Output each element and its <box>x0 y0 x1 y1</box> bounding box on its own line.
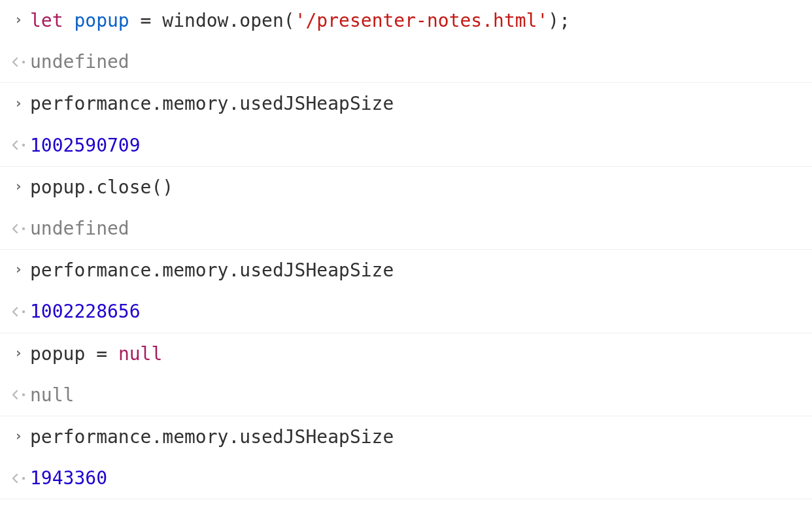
input-prompt-icon: › <box>7 94 30 114</box>
console-output-value: undefined <box>30 216 803 241</box>
console-output-row: 1002228656 <box>0 291 812 333</box>
svg-point-5 <box>22 476 25 479</box>
console-input-code: popup = null <box>30 341 803 367</box>
input-prompt-icon: › <box>7 177 30 197</box>
console-output-row: undefined <box>0 208 812 250</box>
console-input-row[interactable]: ›let popup = window.open('/presenter-not… <box>0 0 812 41</box>
devtools-console[interactable]: ›let popup = window.open('/presenter-not… <box>0 0 812 499</box>
output-return-icon <box>7 390 30 400</box>
svg-point-3 <box>22 310 25 313</box>
svg-point-1 <box>22 144 25 146</box>
console-output-row: null <box>0 374 812 416</box>
console-output-value: undefined <box>30 49 803 75</box>
console-input-row[interactable]: ›performance.memory.usedJSHeapSize <box>0 250 812 291</box>
svg-point-4 <box>22 393 25 396</box>
console-input-code: popup.close() <box>30 174 803 200</box>
console-input-code: let popup = window.open('/presenter-note… <box>30 8 803 33</box>
output-return-icon <box>7 140 30 150</box>
output-return-icon <box>7 57 30 67</box>
console-input-code: performance.memory.usedJSHeapSize <box>30 258 803 283</box>
console-output-row: undefined <box>0 41 812 83</box>
console-input-row[interactable]: ›popup.close() <box>0 167 812 208</box>
input-prompt-icon: › <box>7 344 30 364</box>
input-prompt-icon: › <box>7 260 30 280</box>
output-return-icon <box>7 473 30 484</box>
output-return-icon <box>7 307 30 317</box>
console-output-row: 1002590709 <box>0 125 812 167</box>
console-input-code: performance.memory.usedJSHeapSize <box>30 91 803 116</box>
output-return-icon <box>7 224 30 234</box>
svg-point-2 <box>22 227 25 229</box>
console-output-value: 1943360 <box>30 465 803 491</box>
console-input-row[interactable]: ›performance.memory.usedJSHeapSize <box>0 83 812 124</box>
console-input-row[interactable]: ›performance.memory.usedJSHeapSize <box>0 416 812 457</box>
svg-point-0 <box>22 61 25 63</box>
console-input-row[interactable]: ›popup = null <box>0 333 812 374</box>
console-output-value: 1002228656 <box>30 299 803 324</box>
console-input-code: performance.memory.usedJSHeapSize <box>30 424 803 450</box>
console-output-row: 1943360 <box>0 457 812 499</box>
input-prompt-icon: › <box>7 427 30 447</box>
console-output-value: 1002590709 <box>30 133 803 158</box>
input-prompt-icon: › <box>7 10 30 31</box>
console-output-value: null <box>30 382 803 408</box>
